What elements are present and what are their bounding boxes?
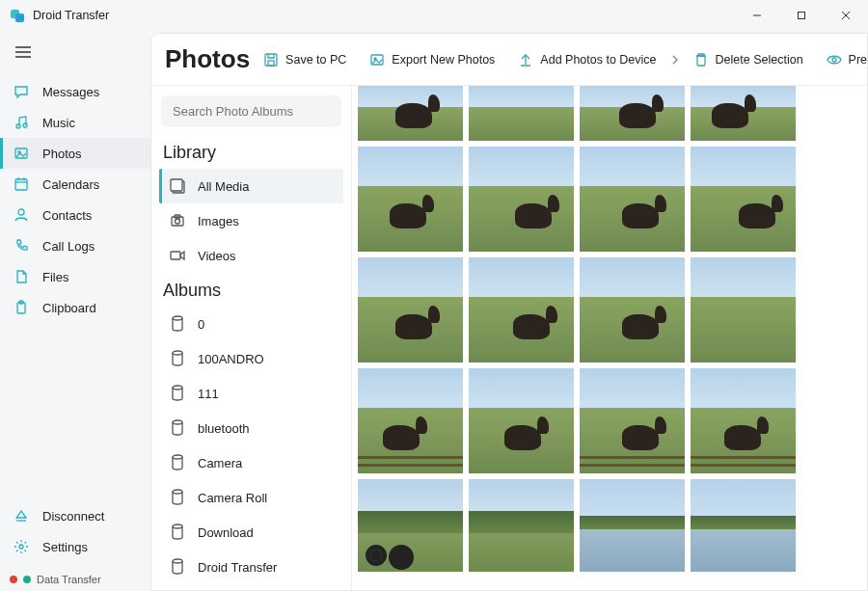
- preview-label: Preview: [849, 53, 868, 67]
- page-title: Photos: [165, 44, 250, 74]
- add-photos-to-device-button[interactable]: Add Photos to Device: [508, 46, 665, 73]
- sidebar-item-music[interactable]: Music: [0, 107, 150, 138]
- svg-point-22: [19, 545, 23, 549]
- photo-thumbnail[interactable]: [358, 479, 463, 572]
- disk-icon: [169, 558, 186, 576]
- svg-point-34: [176, 219, 180, 224]
- photo-grid[interactable]: [352, 86, 867, 590]
- delete-selection-button[interactable]: Delete Selection: [684, 46, 813, 73]
- window-maximize-button[interactable]: [779, 0, 824, 31]
- album-item[interactable]: Camera Roll: [159, 480, 339, 515]
- library-item-label: Images: [198, 214, 239, 228]
- photo-thumbnail[interactable]: [358, 257, 463, 363]
- album-item-label: 100ANDRO: [198, 352, 264, 366]
- albums-panel: Library All MediaImagesVideos Albums 010…: [151, 86, 352, 590]
- library-item-all-media[interactable]: All Media: [159, 169, 343, 203]
- window-close-button[interactable]: [824, 0, 868, 31]
- eye-icon: [827, 52, 842, 67]
- preview-button[interactable]: Preview: [817, 46, 868, 73]
- svg-rect-1: [15, 13, 24, 22]
- disk-icon: [169, 385, 186, 402]
- chat-icon: [14, 84, 29, 99]
- contact-icon: [14, 207, 29, 223]
- save-icon: [263, 52, 279, 67]
- photo-thumbnail[interactable]: [691, 257, 796, 363]
- photo-thumbnail[interactable]: [469, 257, 574, 363]
- photo-thumbnail[interactable]: [580, 147, 685, 252]
- photo-thumbnail[interactable]: [580, 86, 685, 141]
- search-input[interactable]: [161, 95, 341, 127]
- photo-thumbnail[interactable]: [358, 86, 463, 141]
- svg-rect-36: [171, 252, 180, 259]
- sidebar-item-call-logs[interactable]: Call Logs: [0, 230, 150, 261]
- gear-icon: [14, 539, 29, 554]
- photo-thumbnail[interactable]: [358, 368, 463, 473]
- trash-icon: [693, 52, 709, 67]
- photo-thumbnail[interactable]: [469, 479, 574, 572]
- sidebar-item-label: Contacts: [42, 208, 92, 223]
- photo-thumbnail[interactable]: [691, 147, 796, 252]
- album-item[interactable]: Droid Transfer: [159, 550, 339, 584]
- photo-thumbnail[interactable]: [691, 479, 796, 572]
- disk-icon: [169, 489, 186, 506]
- photo-thumbnail[interactable]: [580, 368, 685, 473]
- sidebar-item-contacts[interactable]: Contacts: [0, 200, 150, 230]
- album-item[interactable]: Camera: [159, 445, 339, 480]
- svg-point-38: [173, 316, 182, 320]
- library-item-images[interactable]: Images: [159, 203, 343, 238]
- sidebar-item-settings[interactable]: Settings: [0, 531, 150, 562]
- save-label: Save to PC: [285, 53, 346, 67]
- photo-thumbnail[interactable]: [469, 368, 574, 473]
- calendar-icon: [14, 176, 29, 192]
- toolbar-overflow-button[interactable]: [670, 55, 680, 65]
- sidebar-item-label: Music: [42, 116, 75, 130]
- sidebar-item-label: Settings: [42, 540, 88, 554]
- sidebar-item-clipboard[interactable]: Clipboard: [0, 292, 150, 323]
- album-item[interactable]: bluetooth: [159, 411, 339, 445]
- svg-rect-29: [697, 56, 705, 66]
- photo-thumbnail[interactable]: [358, 147, 463, 252]
- eject-icon: [14, 508, 29, 524]
- disk-icon: [169, 419, 186, 437]
- svg-point-30: [832, 58, 836, 62]
- save-to-pc-button[interactable]: Save to PC: [254, 46, 356, 73]
- music-icon: [14, 115, 29, 130]
- photo-thumbnail[interactable]: [580, 479, 685, 572]
- sidebar-item-messages[interactable]: Messages: [0, 76, 150, 107]
- album-item[interactable]: 111: [159, 376, 339, 411]
- album-item[interactable]: 0: [159, 307, 339, 341]
- svg-rect-3: [799, 13, 805, 19]
- photo-thumbnail[interactable]: [580, 257, 685, 363]
- album-item[interactable]: 100ANDRO: [159, 341, 339, 376]
- album-item-label: 0: [198, 317, 204, 332]
- clipboard-icon: [14, 300, 29, 315]
- sidebar-item-photos[interactable]: Photos: [0, 138, 150, 169]
- library-item-label: Videos: [198, 249, 236, 263]
- delete-label: Delete Selection: [716, 53, 803, 67]
- svg-point-9: [16, 124, 20, 128]
- album-item-label: Download: [198, 525, 254, 540]
- export-new-photos-button[interactable]: Export New Photos: [360, 46, 504, 73]
- sidebar-item-label: Calendars: [42, 177, 99, 192]
- window-minimize-button[interactable]: [735, 0, 779, 31]
- library-item-videos[interactable]: Videos: [159, 238, 343, 273]
- hamburger-button[interactable]: [0, 37, 150, 76]
- app-logo-icon: [10, 8, 25, 23]
- albums-scroll[interactable]: 0100ANDRO111bluetoothCameraCamera RollDo…: [159, 307, 343, 590]
- photo-thumbnail[interactable]: [691, 368, 796, 473]
- export-icon: [369, 52, 385, 67]
- svg-marker-20: [16, 511, 26, 518]
- sidebar-item-label: Photos: [42, 147, 81, 161]
- photo-thumbnail[interactable]: [469, 86, 574, 141]
- disk-icon: [169, 524, 186, 541]
- album-item[interactable]: Download: [159, 515, 339, 550]
- phone-icon: [14, 238, 29, 254]
- sidebar-item-files[interactable]: Files: [0, 261, 150, 292]
- photo-thumbnail[interactable]: [691, 86, 796, 141]
- album-item[interactable]: Droid Transfer: [159, 584, 339, 590]
- photo-thumbnail[interactable]: [469, 147, 574, 252]
- svg-point-43: [173, 490, 182, 494]
- sidebar-item-disconnect[interactable]: Disconnect: [0, 500, 150, 531]
- sidebar-item-calendars[interactable]: Calendars: [0, 169, 150, 200]
- svg-point-17: [18, 209, 24, 215]
